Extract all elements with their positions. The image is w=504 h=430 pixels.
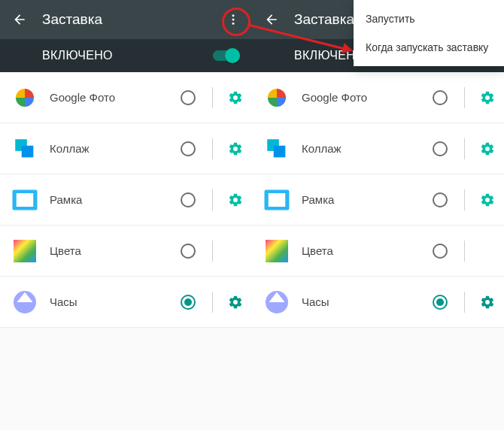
radio-button[interactable] [433,141,448,156]
option-label: Рамка [50,193,170,206]
gear-icon[interactable] [480,192,495,207]
option-label: Коллаж [302,142,422,155]
option-label: Цвета [50,244,170,257]
option-label: Рамка [302,193,422,206]
enable-label: ВКЛЮЧЕНО [42,49,213,62]
screensaver-option-google-photos[interactable]: Google Фото [252,72,504,123]
option-label: Часы [302,295,422,308]
gear-icon[interactable] [480,295,495,310]
screensaver-option-frame[interactable]: Рамка [0,174,252,226]
svg-rect-16 [266,240,288,262]
screensaver-option-clock[interactable]: Часы [252,277,504,328]
separator [464,138,465,159]
gear-icon[interactable] [480,141,495,156]
collage-icon [11,135,39,163]
screensaver-option-google-photos[interactable]: Google Фото [0,72,252,123]
google-photos-icon [263,83,291,112]
separator [212,189,213,210]
google-photos-icon [11,83,39,112]
radio-button[interactable] [433,192,448,207]
screensaver-settings-panel-left: Заставка ВКЛЮЧЕНО Google ФотоКоллажРамка… [0,0,252,430]
screensaver-option-colors[interactable]: Цвета [252,226,504,277]
option-label: Часы [50,295,170,308]
enable-switch[interactable] [213,48,240,63]
screensaver-option-frame[interactable]: Рамка [252,174,504,226]
gear-icon[interactable] [228,295,243,310]
radio-button[interactable] [433,244,448,259]
colors-icon [11,237,39,265]
radio-button[interactable] [181,90,196,105]
menu-item-start[interactable]: Запустить [354,5,504,33]
back-icon[interactable] [12,12,27,27]
separator [212,138,213,159]
clock-icon [11,288,39,316]
screensaver-option-collage[interactable]: Коллаж [0,123,252,174]
svg-rect-13 [274,145,286,157]
back-icon[interactable] [264,12,279,27]
separator [464,241,465,262]
annotation-circle [222,8,250,36]
frame-icon [11,186,39,214]
separator [212,241,213,262]
svg-rect-6 [17,193,34,207]
gear-icon[interactable] [228,141,243,156]
svg-rect-4 [22,145,34,157]
screensaver-option-colors[interactable]: Цвета [0,226,252,277]
gear-icon[interactable] [228,90,243,105]
option-label: Google Фото [50,91,170,104]
option-label: Коллаж [50,142,170,155]
separator [464,87,465,108]
screensaver-option-collage[interactable]: Коллаж [252,123,504,174]
gear-icon[interactable] [228,192,243,207]
separator [212,292,213,313]
collage-icon [263,135,291,163]
radio-button[interactable] [181,141,196,156]
colors-icon [263,237,291,265]
radio-button[interactable] [433,90,448,105]
screensaver-settings-panel-right: Заставка ВКЛЮЧЕНО Google ФотоКоллажРамка… [252,0,504,430]
page-title: Заставка [42,11,211,28]
option-label: Цвета [302,244,422,257]
radio-button[interactable] [433,295,448,310]
frame-icon [263,186,291,214]
overflow-menu: Запустить Когда запускать заставку [354,0,504,66]
radio-button[interactable] [181,295,196,310]
clock-icon [263,288,291,316]
svg-rect-7 [14,240,36,262]
screensaver-list: Google ФотоКоллажРамкаЦветаЧасы [0,72,252,430]
separator [464,189,465,210]
screensaver-option-clock[interactable]: Часы [0,277,252,328]
svg-rect-15 [269,193,286,207]
radio-button[interactable] [181,244,196,259]
separator [464,292,465,313]
enable-row: ВКЛЮЧЕНО [0,39,252,72]
separator [212,87,213,108]
screensaver-list: Google ФотоКоллажРамкаЦветаЧасы [252,72,504,430]
app-bar: Заставка [0,0,252,39]
gear-icon[interactable] [480,90,495,105]
menu-item-when[interactable]: Когда запускать заставку [354,33,504,62]
option-label: Google Фото [302,91,422,104]
radio-button[interactable] [181,192,196,207]
